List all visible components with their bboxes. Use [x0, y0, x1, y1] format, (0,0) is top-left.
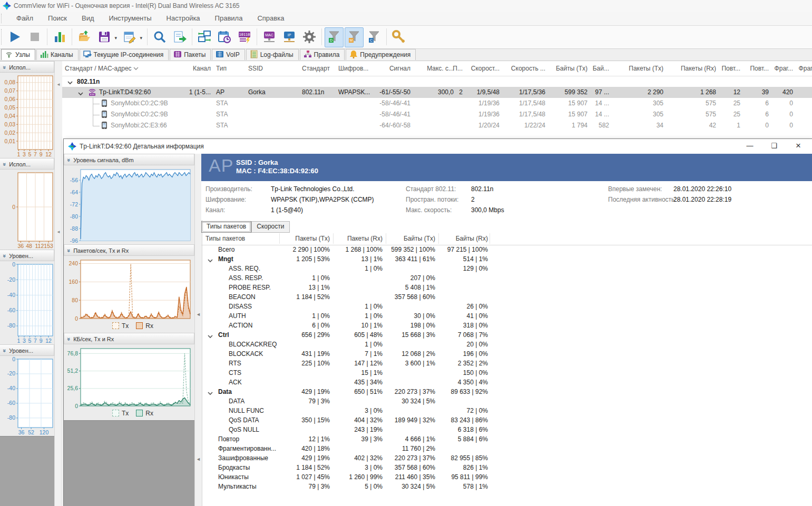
menu-item-5[interactable]: Правила — [208, 12, 250, 25]
menu-item-4[interactable]: Настройка — [159, 12, 208, 25]
detail-tab-packet-types[interactable]: Типы пакетов — [201, 221, 251, 233]
activation-key-button[interactable] — [389, 27, 408, 47]
packet-row-Ctrl[interactable]: Ctrl656 | 29%605 | 48%15 668 | 3%7 068 |… — [201, 331, 812, 340]
collapse-chevron-icon[interactable]: » — [0, 163, 11, 166]
legend-tx-box[interactable] — [112, 410, 119, 416]
ip-aliases-button[interactable]: IP — [280, 27, 299, 47]
packet-row-Mngt[interactable]: Mngt1 205 | 53%13 | 1%363 411 | 61%514 |… — [201, 255, 812, 264]
column-header[interactable]: Фраг... — [771, 65, 793, 72]
packet-table-header[interactable]: Типы пакетовПакеты (Tx)Пакеты (Rx)Байты … — [201, 232, 812, 245]
splitter-arrow-icon[interactable]: ◄ — [56, 82, 61, 87]
packet-row-Фрагментированн...[interactable]: Фрагментированн...420 | 18%11 760 | 2% — [201, 444, 812, 454]
menu-item-1[interactable]: Поиск — [41, 12, 74, 25]
column-header[interactable]: Скорость ... — [507, 65, 545, 72]
tab-узлы[interactable]: Узлы — [1, 49, 35, 60]
expand-chevron-icon[interactable] — [208, 390, 213, 397]
legend-tx-box[interactable] — [112, 322, 119, 329]
packet-column-header[interactable]: Байты (Rx) — [439, 235, 488, 242]
group-row-802-11n[interactable]: 802.11n — [62, 76, 812, 87]
dropdown-caret-icon[interactable]: ▾ — [140, 35, 142, 41]
packet-row-Всего[interactable]: Всего2 290 | 100%1 268 | 100%599 352 | 1… — [201, 245, 812, 255]
sidebar-panel-header-lvl1[interactable]: »Уровен... — [0, 250, 54, 261]
detail-panel-header-signal[interactable]: »Уровень сигнала, dBm — [64, 154, 194, 165]
packet-row-Data[interactable]: Data429 | 19%650 | 51%220 273 | 37%89 63… — [201, 388, 812, 397]
packet-row-PROBE RESP.[interactable]: PROBE RESP.13 | 1%5 408 | 1% — [201, 283, 812, 293]
settings-button[interactable] — [300, 27, 319, 47]
packet-row-NULL FUNC[interactable]: NULL FUNC3 | 0%72 | 0% — [201, 406, 812, 416]
sta-row-SonyMobi:C0:2C:9B[interactable]: SonyMobi:C0:2C:9BSTA-58/-46/-411/19/361/… — [62, 98, 812, 109]
collapse-chevron-icon[interactable]: » — [63, 158, 75, 162]
column-header[interactable]: Сигнал — [368, 65, 410, 72]
sta-row-SonyMobi:2C:E3:66[interactable]: SonyMobi:2C:E3:66STA-64/-60/-581/20/241/… — [62, 120, 812, 131]
packet-row-ACK[interactable]: ACK435 | 34%4 350 | 4% — [201, 378, 812, 388]
mac-aliases-button[interactable]: MAC — [260, 27, 279, 47]
collapse-chevron-icon[interactable]: » — [0, 254, 11, 257]
tab-каналы[interactable]: Каналы — [36, 49, 79, 60]
sidebar-panel-header-util1[interactable]: »Испол... — [0, 61, 54, 73]
packet-row-CTS[interactable]: CTS15 | 1%150 | 0% — [201, 369, 812, 378]
packet-row-BLOCKACKREQ[interactable]: BLOCKACKREQ1 | 0%20 | 0% — [201, 340, 812, 350]
sidebar-splitter[interactable]: ◄ ◄ — [54, 61, 63, 506]
column-header[interactable]: Шифров... — [338, 65, 371, 72]
collapse-chevron-icon[interactable]: » — [0, 349, 11, 352]
tab-текущие-ip-соединения[interactable]: Текущие IP-соединения — [80, 49, 169, 60]
packet-row-BEACON[interactable]: BEACON1 184 | 52%357 568 | 60% — [201, 293, 812, 302]
packet-column-header[interactable]: Байты (Tx) — [387, 235, 435, 242]
tab-предупреждения[interactable]: Предупреждения — [346, 49, 416, 60]
column-header[interactable]: SSID — [248, 65, 296, 72]
expand-chevron-icon[interactable] — [78, 90, 83, 97]
column-header[interactable]: Скорост... — [467, 65, 500, 72]
splitter-arrow-icon[interactable]: ◄ — [196, 457, 201, 462]
column-header[interactable]: Тип — [216, 65, 241, 72]
tab-voip[interactable]: VoIP — [212, 49, 244, 60]
filter-d-button[interactable]: D — [325, 27, 344, 47]
packet-generator-button[interactable] — [195, 27, 214, 47]
maximize-button[interactable]: ❑ — [762, 139, 786, 153]
column-header[interactable]: Канал — [183, 65, 211, 72]
traffic-generator-button[interactable]: 10110 — [235, 27, 254, 47]
sidebar-panel-header-lvl2[interactable]: »Уровен... — [0, 344, 54, 356]
filter-c-button[interactable]: C — [365, 27, 384, 47]
packet-column-header[interactable]: Пакеты (Tx) — [281, 235, 330, 242]
toolbar-grip[interactable] — [1, 29, 4, 45]
packet-row-Зашифрованные[interactable]: Зашифрованные429 | 19%402 | 32%220 273 |… — [201, 454, 812, 463]
close-button[interactable]: × — [787, 139, 810, 153]
column-header[interactable]: Байты (Tx) — [550, 65, 588, 72]
detail-tab-speeds[interactable]: Скорости — [251, 221, 289, 233]
collapse-chevron-icon[interactable]: » — [0, 66, 11, 69]
filter-m-button[interactable]: M — [345, 27, 364, 47]
detail-title-bar[interactable]: Tp-LinkT:D4:92:60 Детальная информация —… — [64, 139, 812, 154]
menu-grip[interactable] — [1, 14, 4, 23]
packet-row-AUTH[interactable]: AUTH1 | 0%1 | 0%30 | 0%41 | 0% — [201, 312, 812, 321]
expand-chevron-icon[interactable] — [67, 79, 73, 86]
ap-row-Tp-LinkT:D4:92:60[interactable]: Tp-LinkT:D4:92:601 (1-5...APGorka802.11n… — [62, 87, 812, 98]
splitter-arrow-icon[interactable]: ◄ — [196, 312, 201, 317]
packet-row-DISASS[interactable]: DISASS1 | 0%26 | 0% — [201, 302, 812, 312]
detail-panel-header-pps[interactable]: »Пакетов/сек, Tx и Rx — [64, 244, 194, 256]
node-reassociation-button[interactable]: ▾ — [120, 27, 139, 47]
tab-пакеты[interactable]: Пакеты — [170, 49, 211, 60]
detail-panel-header-kbps[interactable]: »КБ/сек, Tx и Rx — [64, 333, 194, 344]
scheduler-button[interactable] — [215, 27, 234, 47]
start-capture-button[interactable] — [5, 27, 24, 47]
packet-row-Юникасты[interactable]: Юникасты1 027 | 45%1 260 | 99%211 460 | … — [201, 473, 812, 482]
open-logs-button[interactable] — [75, 27, 94, 47]
statistics-button[interactable] — [50, 27, 69, 47]
column-header[interactable]: Пакеты (Rx) — [676, 65, 716, 72]
column-header[interactable]: П... — [444, 65, 463, 72]
expand-chevron-icon[interactable] — [208, 257, 213, 264]
menu-item-3[interactable]: Инструменты — [102, 12, 159, 25]
packet-column-header[interactable]: Пакеты (Rx) — [334, 235, 383, 242]
packet-row-ASS. REQ.[interactable]: ASS. REQ.1 | 0%129 | 0% — [201, 264, 812, 274]
packet-row-BLOCKACK[interactable]: BLOCKACK431 | 19%7 | 1%12 068 | 2%196 | … — [201, 350, 812, 359]
go-to-packet-button[interactable] — [170, 27, 189, 47]
column-header[interactable]: Бай... — [589, 65, 609, 72]
column-header[interactable]: Пакеты (Tx) — [623, 65, 663, 72]
legend-rx-box[interactable] — [136, 410, 143, 416]
minimize-button[interactable]: — — [738, 139, 761, 153]
column-header[interactable]: Повт... — [747, 65, 769, 72]
sidebar-panel-header-util2[interactable]: »Испол... — [0, 158, 54, 170]
packet-row-QoS NULL[interactable]: QoS NULL243 | 19%6 318 | 6% — [201, 425, 812, 435]
legend-rx-box[interactable] — [136, 322, 143, 329]
find-packet-button[interactable] — [150, 27, 169, 47]
